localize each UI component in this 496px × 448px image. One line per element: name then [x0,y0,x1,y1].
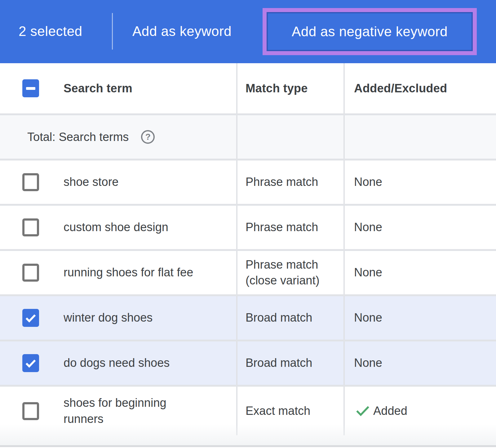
match-type-text: Phrase match [246,219,318,235]
added-excluded-text: None [354,265,382,280]
match-type-text: Broad match [246,310,312,326]
table-row[interactable]: shoe store Phrase match None [0,159,496,204]
table-header-row: Search term Match type Added/Excluded [0,63,496,113]
green-check-icon [354,402,371,420]
annotation-highlight-box: Add as negative keyword [263,8,477,55]
table-row[interactable]: custom shoe design Phrase match None [0,204,496,249]
select-all-checkbox[interactable] [22,79,39,97]
table-row[interactable]: shoes for beginning runners Exact match … [0,385,496,435]
match-type-text: Exact match [246,403,310,419]
search-term-text: shoes for beginning runners [64,395,166,427]
selection-toolbar: 2 selected Add as keyword Add as negativ… [0,0,496,63]
added-excluded-value: None [354,355,382,371]
added-excluded-text: Added [373,403,407,419]
total-row: Total: Search terms ? [0,113,496,159]
added-excluded-value: None [354,310,382,326]
row-checkbox[interactable] [22,354,39,372]
match-type-text: Phrase match [246,174,318,190]
added-excluded-text: None [354,355,382,371]
indeterminate-minus-icon [26,87,35,90]
search-term-text: running shoes for flat fee [64,265,193,280]
table-row[interactable]: running shoes for flat fee Phrase match … [0,249,496,294]
row-checkbox[interactable] [22,218,39,236]
added-excluded-text: None [354,219,382,235]
add-as-keyword-button[interactable]: Add as keyword [132,24,232,39]
match-type-text: Broad match [246,355,312,371]
search-term-text: custom shoe design [64,219,168,235]
column-header-added-excluded[interactable]: Added/Excluded [354,82,447,95]
screenshot-bottom-edge [0,445,496,447]
added-excluded-value: None [354,219,382,235]
search-term-text: shoe store [64,174,118,190]
question-circle-icon[interactable]: ? [141,130,155,144]
column-header-match-type[interactable]: Match type [246,82,308,95]
add-as-negative-keyword-button[interactable]: Add as negative keyword [292,24,448,39]
selected-count: 2 selected [19,24,82,39]
added-excluded-value: Added [354,402,407,420]
row-checkbox[interactable] [22,402,39,420]
toolbar-divider [112,13,113,50]
total-row-label: Total: Search terms [27,130,129,144]
added-excluded-text: None [354,174,382,190]
search-term-text: winter dog shoes [64,310,153,326]
row-checkbox[interactable] [22,309,39,327]
added-excluded-value: None [354,265,382,280]
added-excluded-text: None [354,310,382,326]
search-term-text: do dogs need shoes [64,355,170,371]
table-row[interactable]: do dogs need shoes Broad match None [0,340,496,385]
row-checkbox[interactable] [22,264,39,282]
match-type-text: Phrase match (close variant) [246,257,320,289]
added-excluded-value: None [354,174,382,190]
column-header-search-term[interactable]: Search term [64,82,132,95]
table-body: shoe store Phrase match None custom shoe… [0,159,496,435]
table-row[interactable]: winter dog shoes Broad match None [0,294,496,340]
row-checkbox[interactable] [22,173,39,191]
